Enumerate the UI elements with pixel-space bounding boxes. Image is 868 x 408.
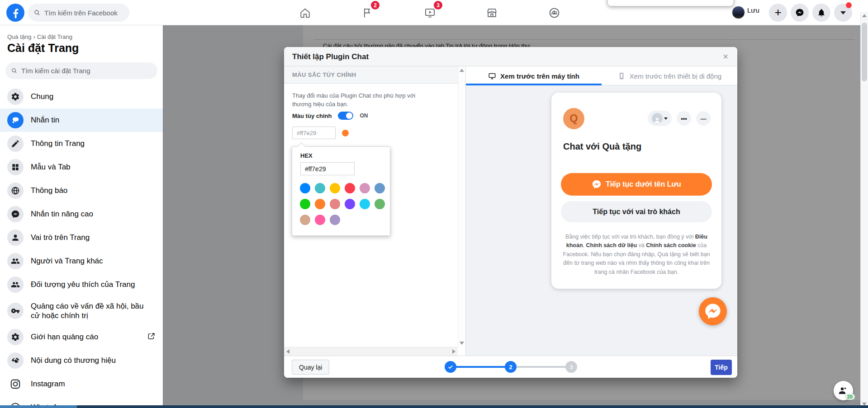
- swatch-grid: [300, 183, 385, 225]
- sidebar-item-5-messenger[interactable]: Nhắn tin nâng cao: [0, 202, 163, 226]
- grid-icon: [7, 159, 24, 175]
- facebook-logo[interactable]: [6, 4, 24, 22]
- next-button[interactable]: Tiếp: [711, 360, 732, 375]
- messenger-icon: [795, 8, 804, 17]
- color-swatch[interactable]: [360, 199, 370, 209]
- page-avatar: Q: [563, 108, 584, 129]
- instagram-icon: [7, 376, 24, 392]
- messenger-button[interactable]: [791, 4, 809, 22]
- hex-label: HEX: [300, 152, 313, 159]
- more-options-button[interactable]: •••: [677, 111, 691, 126]
- audience-float-button[interactable]: 20: [834, 381, 853, 400]
- messenger-icon: [592, 179, 602, 189]
- color-swatch[interactable]: [375, 183, 385, 193]
- continue-as-button[interactable]: Tiếp tục dưới tên Lưu: [561, 173, 712, 196]
- color-swatch[interactable]: [345, 199, 355, 209]
- chat-plugin-bubble[interactable]: [699, 297, 727, 325]
- scroll-down-icon[interactable]: [460, 342, 464, 345]
- notifications-button[interactable]: [812, 4, 830, 22]
- step-1-complete: [445, 361, 456, 373]
- bell-icon: [817, 8, 826, 17]
- color-preview-dot[interactable]: [342, 130, 349, 136]
- scroll-right-icon[interactable]: [452, 349, 455, 354]
- facebook-search[interactable]: [28, 4, 129, 22]
- settings-pane: MÀU SẮC TÙY CHỈNH Thay đổi màu của Plugi…: [284, 66, 466, 356]
- data-policy-link[interactable]: Chính sách dữ liệu: [586, 242, 637, 249]
- custom-color-toggle[interactable]: [338, 112, 353, 120]
- screen: Cài đặt câu hỏi thường gặp đã chuyển vào…: [0, 0, 868, 408]
- cookie-policy-link[interactable]: Chính sách cookie: [646, 242, 696, 249]
- breadcrumb-parent[interactable]: Quà tặng: [7, 33, 32, 40]
- tab-desktop-preview[interactable]: Xem trước trên máy tính: [466, 66, 602, 85]
- chevron-down-icon: [840, 11, 846, 14]
- scrollbar-thumb[interactable]: [862, 23, 867, 81]
- sidebar-item-2-pencil[interactable]: Thông tin Trang: [0, 132, 163, 155]
- sidebar-item-10-gear[interactable]: Giới hạn quảng cáo: [0, 325, 163, 349]
- profile-avatar[interactable]: [732, 6, 745, 19]
- sidebar-item-9-key[interactable]: Quảng cáo về vấn đề xã hội, bầu cử hoặc …: [0, 296, 163, 325]
- hex-input[interactable]: [300, 162, 355, 175]
- groups-icon[interactable]: [543, 2, 565, 23]
- sidebar-item-11-handshake[interactable]: Nội dung có thương hiệu: [0, 349, 163, 372]
- color-swatch[interactable]: [300, 215, 310, 225]
- plus-icon: +: [774, 6, 781, 18]
- close-icon[interactable]: ×: [720, 51, 731, 62]
- color-swatch[interactable]: [315, 183, 325, 193]
- sidebar-item-12-instagram[interactable]: Instagram: [0, 372, 163, 396]
- scroll-left-icon[interactable]: [286, 349, 289, 354]
- home-icon[interactable]: [294, 2, 316, 23]
- color-swatch[interactable]: [360, 183, 370, 193]
- search-icon: [11, 67, 18, 74]
- tab-desktop-label: Xem trước trên máy tính: [500, 72, 579, 80]
- color-swatch[interactable]: [315, 215, 325, 225]
- facebook-search-input[interactable]: [44, 9, 119, 17]
- color-swatch[interactable]: [375, 199, 385, 209]
- preview-pane: Xem trước trên máy tính Xem trước trên t…: [466, 66, 737, 356]
- sidebar-item-label: Người và Trang khác: [31, 256, 103, 266]
- chat-card-controls: ••• —: [648, 111, 711, 126]
- color-swatch[interactable]: [315, 199, 325, 209]
- sidebar-item-1-chat[interactable]: Nhắn tin: [0, 108, 163, 132]
- breadcrumb: Quà tặng›Cài đặt Trang: [7, 33, 72, 40]
- color-swatch[interactable]: [300, 199, 310, 209]
- messenger-icon: [7, 206, 24, 222]
- color-swatch[interactable]: [330, 215, 340, 225]
- sidebar-item-label: Giới hạn quảng cáo: [31, 332, 98, 342]
- sidebar-item-0-gear[interactable]: Chung: [0, 85, 163, 108]
- sidebar-item-6-person[interactable]: Vai trò trên Trang: [0, 226, 163, 249]
- marketplace-icon[interactable]: [481, 2, 503, 23]
- members-count-badge: 20: [845, 394, 855, 400]
- step-2-current: 2: [505, 361, 517, 373]
- check-icon: [447, 364, 454, 370]
- sidebar-item-4-globe[interactable]: Thông báo: [0, 179, 163, 202]
- color-swatch[interactable]: [330, 183, 340, 193]
- color-value-input[interactable]: [292, 127, 336, 139]
- color-swatch[interactable]: [300, 183, 310, 193]
- settings-search-input[interactable]: [21, 67, 148, 75]
- sidebar-item-label: Mẫu và Tab: [31, 162, 71, 172]
- sidebar-item-8-people[interactable]: Đối tượng yêu thích của Trang: [0, 273, 163, 296]
- horizontal-scrollbar[interactable]: [284, 347, 458, 356]
- sidebar-item-3-grid[interactable]: Mẫu và Tab: [0, 155, 163, 179]
- chat-plugin-setup-dialog: Thiết lập Plugin Chat × MÀU SẮC TÙY CHỈN…: [284, 47, 737, 378]
- sidebar-item-7-people[interactable]: Người và Trang khác: [0, 249, 163, 273]
- continue-as-guest-button[interactable]: Tiếp tục với vai trò khách: [561, 201, 712, 222]
- scroll-up-icon[interactable]: [460, 69, 464, 72]
- page-scrollbar[interactable]: [860, 12, 868, 408]
- scroll-up-icon[interactable]: [862, 14, 867, 17]
- back-button[interactable]: Quay lại: [292, 360, 329, 375]
- vertical-scrollbar[interactable]: [458, 66, 465, 347]
- sidebar-item-label: Đối tượng yêu thích của Trang: [31, 280, 135, 289]
- pages-flag-icon[interactable]: 2: [356, 2, 378, 23]
- create-plus-button[interactable]: +: [769, 4, 787, 22]
- profile-name[interactable]: Lưu: [747, 6, 759, 14]
- watch-icon[interactable]: 3: [419, 2, 441, 23]
- guest-account-picker[interactable]: [648, 111, 672, 126]
- color-swatch[interactable]: [330, 199, 340, 209]
- color-swatch[interactable]: [345, 183, 355, 193]
- tab-mobile-preview[interactable]: Xem trước trên thiết bị di động: [602, 66, 737, 85]
- dialog-header: Thiết lập Plugin Chat ×: [284, 47, 737, 66]
- settings-search[interactable]: [5, 62, 157, 79]
- breadcrumb-current: Cài đặt Trang: [37, 33, 72, 40]
- minimize-button[interactable]: —: [696, 111, 711, 126]
